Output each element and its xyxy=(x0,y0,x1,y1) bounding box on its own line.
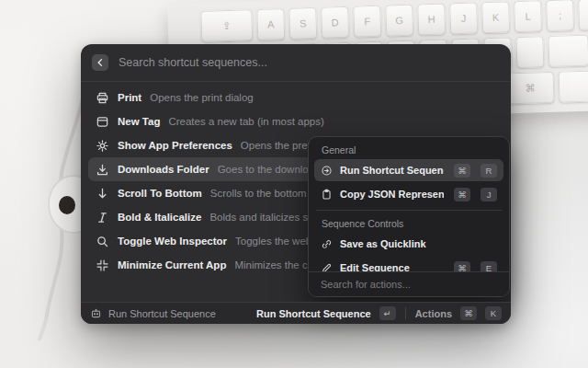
item-title: Downloads Folder xyxy=(118,164,209,175)
k-key-badge: K xyxy=(485,306,502,320)
download-icon xyxy=(96,163,109,177)
back-button[interactable] xyxy=(92,54,108,71)
primary-action-button[interactable]: Run Shortcut Sequence xyxy=(256,308,371,319)
search-input[interactable]: Search shortcut sequences... xyxy=(119,56,267,69)
keyboard-key: G xyxy=(385,5,413,37)
item-title: New Tag xyxy=(118,116,160,127)
command-palette-window: Search shortcut sequences... Print Opens… xyxy=(81,44,511,324)
italic-icon xyxy=(96,211,109,224)
item-title: Print xyxy=(118,92,141,103)
keyboard-key: F xyxy=(353,6,381,38)
key-badge: ⌘ xyxy=(454,164,470,178)
item-subtitle: Creates a new tab (in most apps) xyxy=(168,116,323,127)
keyboard-key: ⇪ xyxy=(200,9,253,42)
arrow-down-icon xyxy=(96,187,109,201)
search-bar: Search shortcut sequences... xyxy=(81,44,511,82)
window-icon xyxy=(96,115,109,129)
action-search-bar: Search for actions... xyxy=(309,271,509,296)
keyboard-key: H xyxy=(417,4,446,36)
keyboard-key: ; xyxy=(546,0,574,31)
list-item-print[interactable]: Print Opens the print dialog xyxy=(88,86,503,109)
action-menu-list: General Run Shortcut Sequence⌘R Copy JSO… xyxy=(309,137,509,274)
key-badge: ⌘ xyxy=(454,188,470,201)
action-item-run-shortcut-sequence[interactable]: Run Shortcut Sequence⌘R xyxy=(314,159,503,181)
item-title: Show App Preferences xyxy=(118,140,232,151)
keyboard-key: ⌘ xyxy=(506,72,555,105)
link-icon xyxy=(321,238,333,250)
keyboard-key xyxy=(515,36,544,68)
item-title: Bold & Italicalize xyxy=(118,212,201,223)
action-item-copy-json-representation[interactable]: Copy JSON Representation⌘J xyxy=(314,183,503,205)
keyboard-key xyxy=(578,0,588,30)
keyboard-key: K xyxy=(481,1,510,33)
keyboard-key: L xyxy=(514,0,542,32)
printer-icon xyxy=(96,91,109,105)
section-label: Sequence Controls xyxy=(314,216,503,233)
gear-icon xyxy=(96,139,109,153)
key-badge: J xyxy=(481,188,497,201)
magnifier-icon xyxy=(96,235,109,248)
item-title: Toggle Web Inspector xyxy=(118,236,227,247)
actions-button[interactable]: Actions xyxy=(415,308,452,319)
action-label: Save as Quicklink xyxy=(340,238,497,249)
action-label: Copy JSON Representation xyxy=(340,189,444,200)
divider xyxy=(316,210,502,211)
key-badge: R xyxy=(481,164,497,178)
divider xyxy=(405,307,406,319)
keyboard-key: S xyxy=(288,7,317,40)
enter-key-badge: ↵ xyxy=(379,306,396,320)
item-title: Minimize Current App xyxy=(118,259,226,270)
keyboard-key: A xyxy=(256,8,285,40)
cmd-key-badge: ⌘ xyxy=(460,306,477,320)
collapse-icon xyxy=(96,259,109,272)
action-label: Run Shortcut Sequence xyxy=(340,165,444,176)
action-menu: General Run Shortcut Sequence⌘R Copy JSO… xyxy=(308,136,510,297)
status-bar: Run Shortcut Sequence Run Shortcut Seque… xyxy=(81,302,511,324)
section-label: General xyxy=(314,143,503,159)
keyboard-key xyxy=(559,67,588,103)
extension-icon xyxy=(90,307,102,319)
list-item-new-tag[interactable]: New Tag Creates a new tab (in most apps) xyxy=(88,109,503,133)
action-item-save-as-quicklink[interactable]: Save as Quicklink xyxy=(314,233,503,255)
clipboard-icon xyxy=(321,189,333,201)
keyboard-key: D xyxy=(321,6,349,39)
item-subtitle: Opens the print dialog xyxy=(150,92,254,103)
current-command-label: Run Shortcut Sequence xyxy=(108,308,216,319)
item-title: Scroll To Bottom xyxy=(118,188,202,199)
action-search-input[interactable]: Search for actions... xyxy=(321,279,411,290)
keyboard-key: J xyxy=(449,2,478,34)
keyboard-key xyxy=(548,35,588,67)
run-circle-icon xyxy=(321,165,333,177)
arrow-left-icon xyxy=(95,57,106,68)
